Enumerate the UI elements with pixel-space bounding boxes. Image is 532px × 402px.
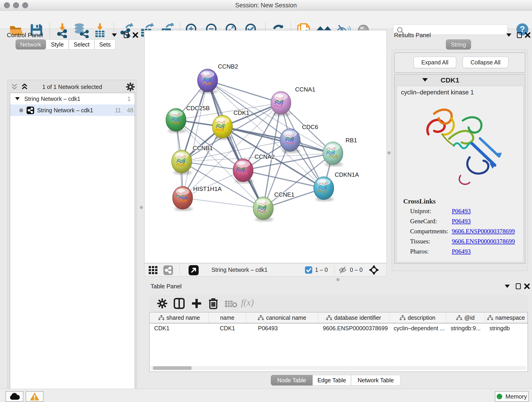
- hierarchy-icon: [456, 315, 462, 320]
- column-header-description[interactable]: description: [389, 313, 446, 323]
- table-cell: stringdb:9...: [446, 325, 485, 332]
- network-edge[interactable]: [243, 170, 324, 188]
- node-label: CDC25B: [186, 105, 210, 112]
- string-view-badge-icon[interactable]: [163, 265, 173, 275]
- delete-table-icon[interactable]: [225, 300, 238, 308]
- network-node-cdkn1a[interactable]: [314, 177, 334, 201]
- column-header-shared-name[interactable]: shared name: [150, 313, 209, 323]
- expand-all-button[interactable]: Expand All: [413, 57, 456, 68]
- column-header-canonical-name[interactable]: canonical name: [246, 313, 318, 323]
- network-edge[interactable]: [208, 80, 281, 103]
- table-cell: P06493: [246, 325, 318, 332]
- control-panel-close-icon[interactable]: [133, 32, 138, 38]
- tab-sets[interactable]: Sets: [94, 39, 115, 50]
- network-node-ccna2[interactable]: [233, 159, 253, 184]
- window-title: Session: New Session: [0, 2, 532, 9]
- results-panel-title: Results Panel: [394, 32, 431, 39]
- protein-structure-image: [415, 100, 511, 191]
- grid-view-icon[interactable]: [149, 266, 158, 274]
- network-node-hist1h1a[interactable]: [172, 186, 193, 211]
- node-label: HIST1H1A: [193, 185, 222, 192]
- show-columns-icon[interactable]: [174, 298, 185, 309]
- network-graph[interactable]: CCNB2CCNA1CDC25BCDK1CDC6RB1CCNB1CCNA2CDK…: [145, 31, 386, 263]
- network-node-ccne1[interactable]: [253, 197, 273, 222]
- crosslink-link[interactable]: P06493: [452, 218, 471, 225]
- function-builder-icon[interactable]: f(x): [241, 297, 254, 308]
- network-node-cdc6[interactable]: [280, 128, 300, 153]
- results-panel-float-icon[interactable]: [517, 32, 522, 38]
- table-cell: cyclin–dependent ...: [389, 325, 446, 332]
- column-header-database-identifier[interactable]: database identifier: [318, 313, 389, 323]
- control-panel-collapse-icon[interactable]: [112, 33, 117, 37]
- control-panel-title: Control Panel: [7, 32, 43, 39]
- column-header--id[interactable]: @id: [446, 313, 485, 323]
- birdseye-view-icon[interactable]: [369, 265, 379, 275]
- network-options-gear-icon[interactable]: [126, 82, 135, 91]
- crosslinks-list: Uniprot:P06493GeneCard:P06493Compartment…: [397, 208, 524, 258]
- collapse-all-button[interactable]: Collapse All: [462, 57, 508, 68]
- network-selection-status: 1 of 1 Network selected: [7, 84, 137, 90]
- network-label: String Network – cdk1: [37, 104, 93, 116]
- results-panel-close-icon[interactable]: [525, 32, 531, 38]
- tab-select[interactable]: Select: [69, 39, 94, 50]
- open-in-window-icon[interactable]: [189, 265, 199, 275]
- cdk1-entry-section: CDK1 cyclin–dependent kinase 1 CrossLink…: [394, 74, 525, 264]
- selected-checkbox-icon[interactable]: [305, 266, 312, 274]
- tab-network-table[interactable]: Network Table: [351, 375, 400, 385]
- column-header-namespace[interactable]: namespace: [485, 313, 527, 323]
- cloud-status-button[interactable]: [6, 391, 23, 402]
- crosslink-row: Compartments:9606.ENSP00000378699: [397, 228, 524, 238]
- entry-expander-icon[interactable]: [422, 78, 428, 82]
- add-column-icon[interactable]: [191, 298, 202, 309]
- node-label: CCNB2: [218, 63, 238, 70]
- network-node-ccnb1[interactable]: [172, 150, 192, 175]
- tab-edge-table[interactable]: Edge Table: [312, 375, 351, 385]
- crosslink-label: GeneCard:: [410, 218, 437, 225]
- table-cell: stringdb: [485, 325, 527, 332]
- table-horizontal-scrollbar[interactable]: [151, 366, 526, 370]
- collection-label: String Network – cdk1: [24, 93, 80, 104]
- control-panel: Control Panel Network Style Select Sets …: [3, 30, 137, 384]
- scrollbar-thumb[interactable]: [153, 366, 192, 370]
- bottom-splitter-handle[interactable]: [336, 278, 340, 281]
- main-toolbar: ?: [0, 11, 532, 29]
- network-node-ccna1[interactable]: [271, 91, 291, 116]
- table-panel-float-icon[interactable]: [516, 283, 521, 289]
- network-collection-row[interactable]: String Network – cdk1 1: [10, 93, 135, 104]
- table-panel-collapse-icon[interactable]: [505, 285, 510, 288]
- network-node-rb1[interactable]: [323, 142, 343, 167]
- crosslink-link[interactable]: P06493: [452, 248, 471, 255]
- network-panel-body: 1 of 1 Network selected String Network –…: [7, 80, 137, 402]
- tab-network[interactable]: Network: [16, 39, 46, 50]
- application-status-bar: Memory: [0, 389, 532, 402]
- crosslink-link[interactable]: P06493: [452, 208, 471, 215]
- tab-node-table[interactable]: Node Table: [271, 375, 312, 385]
- hierarchy-icon: [258, 315, 264, 320]
- warnings-button[interactable]: [26, 391, 44, 402]
- crosslink-link[interactable]: 9606.ENSP00000378699: [452, 228, 515, 235]
- results-panel-collapse-icon[interactable]: [506, 33, 511, 37]
- table-options-gear-icon[interactable]: [157, 298, 167, 308]
- left-splitter-handle[interactable]: [140, 206, 143, 209]
- tab-string-results[interactable]: String: [446, 39, 471, 50]
- node-label: CDK1: [234, 109, 249, 116]
- cdk1-entry-header[interactable]: CDK1: [395, 75, 525, 85]
- table-row[interactable]: CDK1CDK1P064939606.ENSP00000378699cyclin…: [150, 323, 528, 333]
- table-header-row: shared namenamecanonical namedatabase id…: [150, 313, 528, 323]
- control-panel-float-icon[interactable]: [124, 32, 129, 38]
- crosslink-row: Pharos:P06493: [397, 248, 524, 258]
- memory-button[interactable]: Memory: [495, 391, 529, 402]
- tab-style[interactable]: Style: [46, 39, 69, 50]
- network-node-cdk1[interactable]: [212, 115, 233, 140]
- table-panel-close-icon[interactable]: [524, 283, 530, 289]
- network-node-ccnb2[interactable]: [197, 69, 218, 94]
- delete-column-trash-icon[interactable]: [208, 298, 219, 309]
- network-canvas[interactable]: CCNB2CCNA1CDC25BCDK1CDC6RB1CCNB1CCNA2CDK…: [144, 30, 387, 263]
- network-row-selected[interactable]: String Network – cdk1 11 48: [10, 104, 135, 116]
- network-node-cdc25b[interactable]: [166, 108, 186, 133]
- collection-expander-icon[interactable]: [15, 97, 20, 100]
- network-edge-count: 48: [127, 104, 133, 116]
- column-header-name[interactable]: name: [209, 313, 246, 323]
- crosslink-link[interactable]: 9606.ENSP00000378699: [452, 238, 515, 245]
- network-edge[interactable]: [183, 198, 263, 208]
